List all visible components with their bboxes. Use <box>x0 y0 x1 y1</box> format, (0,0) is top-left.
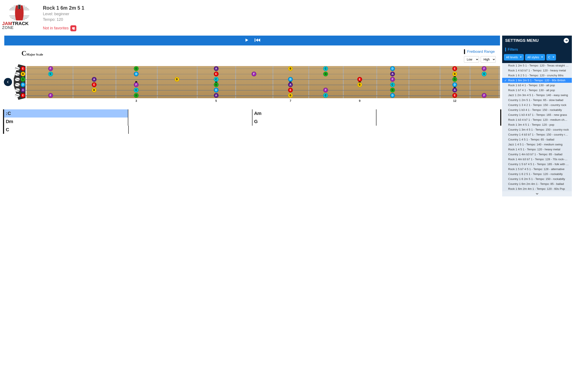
range-accent-bar <box>464 49 465 54</box>
fret-note[interactable]: G <box>214 82 219 87</box>
svg-point-15 <box>18 8 19 9</box>
chevron-left-icon <box>7 81 9 83</box>
range-high-select[interactable]: High <box>481 56 496 63</box>
fret-note[interactable]: B <box>357 82 362 87</box>
settings-menu-title: SETTINGS MENU <box>505 38 539 43</box>
string-visibility-toggle[interactable] <box>15 78 20 81</box>
track-list-item[interactable]: Country 1 6 2 5 1 - Tempo: 120 - rockabi… <box>502 172 572 176</box>
open-note[interactable]: E <box>20 66 25 71</box>
fret-note[interactable]: G <box>390 88 395 92</box>
string-visibility-toggle[interactable] <box>15 94 20 97</box>
track-list-item[interactable]: Rock 1 b7 4 1 - Tempo: 130 - alt pop <box>502 88 572 93</box>
track-list-item[interactable]: Rock 1 6m 2m 4m 1 - Tempo: 120 - 60s Pop <box>502 186 572 191</box>
filter-style-button[interactable]: All styles <box>525 54 545 60</box>
guitar-string <box>25 96 500 96</box>
fret-number: 3 <box>135 99 137 102</box>
fretboard[interactable]: 357912EFGABCDEFBCDEFGABCGABCDEFGDEFGABCD… <box>14 64 500 103</box>
fret-note[interactable]: C <box>390 82 395 87</box>
track-list-item[interactable]: Jazz 1 2m 3m 4 5 1 - Tempo: 140 - easy s… <box>502 93 572 98</box>
fret-wire <box>197 66 198 98</box>
fret-note[interactable]: A <box>390 72 395 76</box>
rewind-button[interactable] <box>255 38 260 43</box>
play-button[interactable] <box>244 38 249 43</box>
fret-note[interactable]: B <box>452 72 457 76</box>
track-info: Rock 1 6m 2m 5 1 Level: beginner Tempo: … <box>43 4 84 31</box>
svg-point-12 <box>20 5 21 6</box>
track-list-item[interactable]: Country 1 b3 4 1 - Tempo: 150 - rockabil… <box>502 107 572 112</box>
fret-note[interactable]: D <box>452 82 457 87</box>
string-visibility-toggle[interactable] <box>15 72 20 76</box>
fret-note[interactable]: D <box>390 66 395 71</box>
track-list-item[interactable]: Rock 1 3m 4 5 1 - Tempo: 120 - pop <box>502 122 572 127</box>
collapse-sidebar-button[interactable] <box>564 38 569 43</box>
open-note[interactable]: G <box>20 77 25 82</box>
track-list-item[interactable]: Country 1 2m 5 1 - Tempo: 65 - slow ball… <box>502 98 572 102</box>
track-list-item[interactable]: Country 1 4 5 1 - Tempo: 65 - ballad <box>502 137 572 142</box>
fret-note[interactable]: E <box>214 72 219 76</box>
track-list-item[interactable]: Country 1 3 4 2 1 - Tempo: 150 - country… <box>502 102 572 107</box>
fret-note[interactable]: C <box>48 72 53 76</box>
fret-note[interactable]: B <box>92 88 97 92</box>
track-list-item[interactable]: Rock 1 b3 4 b7 1 - Tempo: 120 - medium c… <box>502 117 572 122</box>
fret-note[interactable]: E <box>92 82 97 87</box>
track-list-item[interactable]: Rock 1 6 2 5 1 - Tempo: 120 - crunchy 8t… <box>502 73 572 78</box>
track-list-item[interactable]: Rock 1 4 5 1 - Tempo: 120 - heavy metal <box>502 147 572 152</box>
fret-note[interactable]: A <box>452 88 457 92</box>
chord-cell: G <box>252 118 376 126</box>
scroll-down-button[interactable] <box>502 191 572 196</box>
track-list-item[interactable]: Rock 1 2m 5 1 - Tempo: 120 - Texas strai… <box>502 63 572 68</box>
collapse-fretboard-button[interactable] <box>4 78 12 86</box>
track-list-item[interactable]: Country 1 6 2m 5 1 - Tempo: 150 - rockab… <box>502 176 572 181</box>
fret-note[interactable]: D <box>214 88 219 92</box>
fret-note[interactable]: F <box>252 72 256 76</box>
open-note[interactable]: E <box>20 93 25 98</box>
track-list[interactable]: Rock 1 2m 5 1 - Tempo: 120 - Texas strai… <box>502 63 572 191</box>
string-visibility-toggle[interactable] <box>15 67 20 70</box>
chord-line: C <box>3 126 501 134</box>
svg-rect-18 <box>255 38 255 42</box>
track-list-item[interactable]: Rock 1 4 b3 b7 1 - Tempo: 120 - heavy me… <box>502 68 572 73</box>
logo[interactable]: JAMTRACK ZONE <box>2 4 37 30</box>
fret-note[interactable]: A <box>214 66 219 71</box>
track-list-item[interactable]: Rock 1 4m b3 b7 1 - Tempo: 128 - 70s roc… <box>502 157 572 162</box>
add-favorite-button[interactable] <box>70 25 76 31</box>
track-list-item[interactable]: Country 1 4m b3 b7 1 - Tempo: 65 - balla… <box>502 152 572 157</box>
fret-note[interactable]: E <box>357 77 362 82</box>
open-note[interactable]: A <box>20 88 25 92</box>
filters-title: Filters <box>508 48 518 51</box>
track-list-item[interactable]: Rock 1 6m 2m 5 1 - Tempo: 120 - 60s Brit… <box>502 78 572 83</box>
fret-note[interactable]: E <box>452 66 457 71</box>
filter-key-button[interactable]: C <box>546 54 556 60</box>
track-tempo: Tempo: 120 <box>43 17 84 22</box>
fret-number: 7 <box>289 99 291 102</box>
fret-note[interactable]: F <box>48 66 53 71</box>
fret-note[interactable]: F <box>48 93 53 98</box>
fret-note[interactable]: A <box>214 93 219 98</box>
track-list-item[interactable]: Country 1 6m 2m 4m 1 - Tempo: 85 - balla… <box>502 181 572 186</box>
fret-note[interactable]: C <box>214 77 219 82</box>
fret-wire <box>376 66 377 98</box>
track-list-item[interactable]: Rock 1 5 b7 4 5 1 - Tempo: 128 - alterna… <box>502 167 572 172</box>
track-list-item[interactable]: Country 1 5 b7 4 5 1 - Tempo: 165 - folk… <box>502 162 572 167</box>
fret-note[interactable]: B <box>175 77 179 82</box>
open-note[interactable]: D <box>20 82 25 87</box>
fret-note[interactable]: E <box>452 93 457 98</box>
track-list-item[interactable]: Country 1 4 b3 b7 1 - Tempo: 150 - count… <box>502 132 572 137</box>
fret-note[interactable]: A <box>92 77 97 82</box>
fret-wire <box>73 66 73 98</box>
track-list-item[interactable]: Rock 1 b3 4 1 - Tempo: 130 - alt pop <box>502 83 572 88</box>
track-list-item[interactable]: Jazz 1 4 5 1 - Tempo: 140 - medium swing <box>502 142 572 147</box>
fret-note[interactable]: D <box>390 93 395 98</box>
filter-level-button[interactable]: All levels <box>504 54 524 60</box>
range-low-select[interactable]: Low <box>464 56 479 63</box>
string-visibility-toggle[interactable] <box>15 83 20 86</box>
string-visibility-toggle[interactable] <box>15 88 20 92</box>
track-list-item[interactable]: Country 1 3m 4 5 1 - Tempo: 150 - countr… <box>502 127 572 132</box>
chevron-down-icon <box>536 193 539 195</box>
fret-number: 5 <box>215 99 217 102</box>
fret-note[interactable]: F <box>390 77 395 82</box>
fret-note[interactable]: G <box>452 77 457 82</box>
track-list-item[interactable]: Country 1 b3 4 b7 1 - Tempo: 165 - new g… <box>502 112 572 117</box>
open-note[interactable]: B <box>20 72 25 76</box>
svg-point-14 <box>20 7 21 7</box>
